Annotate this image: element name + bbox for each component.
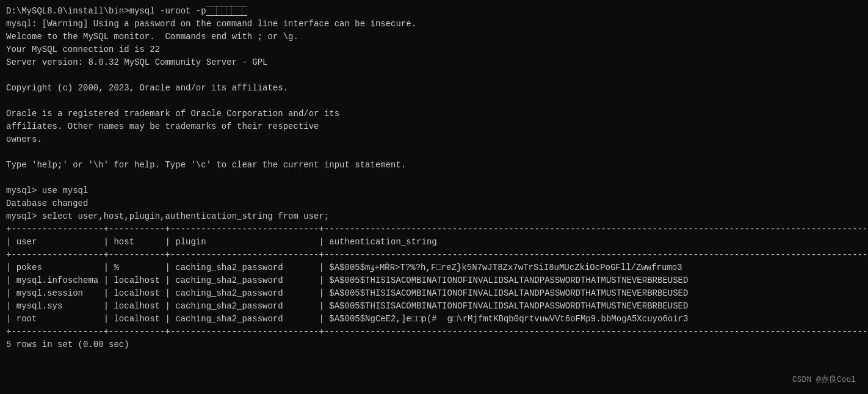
cmd-line-7: Copyright (c) 2000, 2023, Oracle and/or … [6, 82, 862, 95]
cmd-line-5: Server version: 8.0.32 MySQL Community S… [6, 56, 862, 69]
cmd-line-9: Oracle is a registered trademark of Orac… [6, 108, 862, 120]
cmd-line-2: mysql: [Warning] Using a password on the… [6, 18, 862, 31]
table-divider-top: +------------------+-----------+--------… [6, 223, 862, 236]
cmd-line-4: Your MySQL connection id is 22 [6, 43, 862, 56]
table-row: | root | localhost | caching_sha2_passwo… [6, 313, 862, 326]
table-divider-header: +------------------+-----------+--------… [6, 249, 862, 261]
cmd-line-8 [6, 95, 862, 108]
table-row: | mysql.sys | localhost | caching_sha2_p… [6, 300, 862, 313]
cmd-line-1: D:\MySQL8.0\install\bin>mysql -uroot -p█… [6, 5, 862, 18]
query-result-table: +------------------+-----------+--------… [6, 223, 862, 351]
cmd-line-3: Welcome to the MySQL monitor. Commands e… [6, 31, 862, 43]
cmd-line-15: mysql> use mysql [6, 184, 862, 197]
cmd-line-13: Type 'help;' or '\h' for help. Type '\c'… [6, 159, 862, 172]
cmd-line-14 [6, 172, 862, 184]
cmd-line-16: Database changed [6, 197, 862, 210]
cmd-line-12 [6, 146, 862, 159]
table-footer: 5 rows in set (0.00 sec) [6, 338, 862, 351]
cmd-line-11: owners. [6, 133, 862, 146]
cmd-line-17: mysql> select user,host,plugin,authentic… [6, 210, 862, 223]
terminal-window: D:\MySQL8.0\install\bin>mysql -uroot -p█… [6, 5, 862, 389]
watermark: CSDN @亦良Cool [792, 374, 856, 386]
table-row: | mysql.session | localhost | caching_sh… [6, 287, 862, 300]
cmd-line-6 [6, 69, 862, 82]
cmd-line-10: affiliates. Other names may be trademark… [6, 120, 862, 133]
table-divider-bottom: +------------------+-----------+--------… [6, 326, 862, 338]
table-row: | mysql.infoschema | localhost | caching… [6, 274, 862, 287]
table-header: | user | host | plugin | authentication_… [6, 236, 862, 249]
table-row: | pokes | % | caching_sha2_password | $A… [6, 261, 862, 274]
